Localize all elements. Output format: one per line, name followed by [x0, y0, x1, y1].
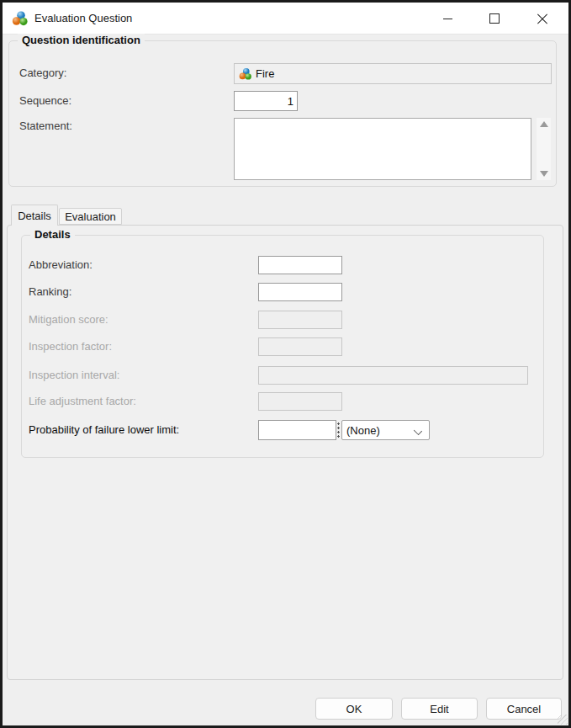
sequence-input[interactable] [234, 91, 298, 111]
question-identification-group: Question identification Category: Fire S… [8, 40, 557, 187]
scroll-down-icon[interactable] [540, 171, 548, 177]
ok-button[interactable]: OK [315, 698, 393, 720]
statement-label: Statement: [19, 120, 72, 132]
splitter-dots-icon [337, 422, 340, 438]
window-title: Evaluation Question [34, 12, 132, 24]
statement-textarea[interactable] [234, 118, 531, 180]
evaluation-question-dialog: Evaluation Question Question identificat… [0, 0, 571, 728]
details-group: Details Abbreviation: Ranking: Mitigatio… [21, 235, 544, 458]
category-field: Fire [234, 63, 552, 84]
chevron-down-icon [415, 428, 421, 434]
minimize-icon [443, 19, 452, 19]
category-icon [239, 67, 252, 81]
close-button[interactable] [518, 3, 565, 35]
inspection-interval-label: Inspection interval: [29, 369, 119, 381]
resize-grip[interactable] [558, 715, 568, 725]
inspection-interval-input [258, 366, 528, 385]
life-adjustment-factor-label: Life adjustment factor: [29, 395, 136, 407]
close-icon [537, 13, 547, 24]
ranking-input[interactable] [258, 283, 342, 301]
life-adjustment-factor-input [258, 392, 342, 411]
statement-scrollbar[interactable] [537, 118, 551, 180]
abbreviation-label: Abbreviation: [29, 258, 93, 271]
category-value: Fire [256, 67, 274, 80]
details-tab-panel: Details Abbreviation: Ranking: Mitigatio… [7, 225, 563, 680]
edit-button[interactable]: Edit [401, 698, 478, 720]
category-label: Category: [19, 66, 66, 79]
probability-unit-dropdown[interactable]: (None) [341, 420, 430, 440]
probability-lower-limit-label: Probability of failure lower limit: [29, 423, 179, 436]
probability-lower-limit-input[interactable] [258, 420, 336, 440]
tab-details[interactable]: Details [11, 205, 58, 226]
probability-unit-selected: (None) [346, 424, 380, 437]
ranking-label: Ranking: [29, 285, 71, 298]
inspection-factor-label: Inspection factor: [29, 340, 112, 353]
app-icon [12, 10, 29, 27]
sequence-label: Sequence: [19, 94, 71, 107]
details-legend: Details [30, 228, 75, 241]
cancel-button[interactable]: Cancel [486, 698, 562, 720]
maximize-icon [489, 13, 500, 24]
mitigation-score-input [258, 311, 342, 329]
question-identification-legend: Question identification [18, 34, 145, 46]
title-bar: Evaluation Question [3, 3, 568, 35]
minimize-button[interactable] [424, 3, 471, 35]
inspection-factor-input [258, 337, 342, 356]
mitigation-score-label: Mitigation score: [29, 313, 108, 326]
maximize-button[interactable] [471, 3, 518, 35]
scroll-up-icon[interactable] [540, 121, 548, 127]
abbreviation-input[interactable] [258, 256, 342, 274]
tab-evaluation[interactable]: Evaluation [59, 208, 122, 225]
